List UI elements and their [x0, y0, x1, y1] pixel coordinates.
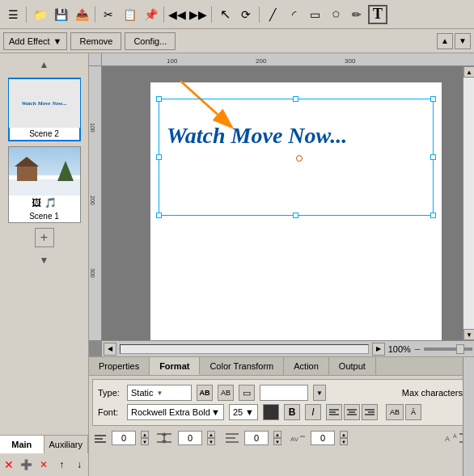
arc-tool[interactable]: ◜ [284, 5, 303, 24]
indent-left-input[interactable]: 0 [112, 431, 136, 445]
bottom-tool-1[interactable]: ✕ [2, 457, 16, 473]
add-effect-button[interactable]: Add Effect ▼ [3, 32, 67, 50]
nav-up-arrow[interactable]: ▲ [437, 33, 453, 49]
indent-left-up[interactable]: ▲ [141, 431, 149, 438]
sep5 [259, 6, 260, 23]
font-color-btn[interactable] [263, 404, 279, 420]
font-value: Rockwell Extra Bold [131, 407, 210, 417]
paste-btn[interactable]: 📌 [141, 5, 160, 24]
tab-action[interactable]: Action [284, 357, 329, 375]
cut-btn[interactable]: ✂ [99, 5, 118, 24]
scene-scroll-down[interactable]: ▼ [36, 252, 53, 268]
zoom-slider[interactable] [424, 348, 472, 351]
open-btn[interactable]: 📁 [30, 5, 49, 24]
zoom-minus-btn[interactable]: − [414, 343, 421, 356]
scene2-thumbnail: Watch Move Now... [9, 79, 80, 128]
scene1-icon2: 🎵 [44, 197, 57, 209]
remove-button[interactable]: Remove [70, 32, 121, 50]
auxiliary-tab[interactable]: Auxiliary [44, 436, 89, 453]
letter-spacing-up[interactable]: ▲ [340, 431, 348, 438]
line-tool[interactable]: ╱ [263, 5, 282, 24]
canvas-main-text[interactable]: Watch Move Now... [167, 123, 347, 149]
config-button[interactable]: Config... [125, 32, 176, 50]
spacing-input[interactable]: 0 [178, 431, 202, 445]
scene2-bg: Watch Move Now... [9, 79, 80, 128]
move-tool[interactable]: ⟳ [236, 5, 256, 24]
scroll-v-track[interactable] [463, 78, 474, 329]
bold-button[interactable]: B [284, 404, 300, 420]
redo-btn[interactable]: ▶▶ [188, 5, 208, 24]
ruler-h-100: 100 [167, 57, 177, 65]
scene-item-scene2[interactable]: Watch Move Now... Scene 2 [8, 78, 81, 141]
scroll-h-left[interactable]: ◀ [104, 343, 116, 356]
type-value: Static [131, 388, 154, 398]
type-color-preview[interactable] [260, 385, 308, 401]
canvas-v-scrollbar[interactable]: ▲ ▼ [463, 66, 474, 340]
font-select[interactable]: Rockwell Extra Bold ▼ [127, 404, 224, 420]
indent-right-up[interactable]: ▲ [273, 431, 281, 438]
scroll-h-right[interactable]: ▶ [372, 343, 385, 356]
scene1-thumbnail [9, 147, 80, 196]
indent-left-down[interactable]: ▼ [141, 438, 149, 445]
indent-right-input[interactable]: 0 [244, 431, 269, 445]
scene-item-scene1[interactable]: 🖼 🎵 Scene 1 [8, 146, 81, 223]
ab-style-btn[interactable]: AB [386, 404, 404, 420]
scene1-icon1: 🖼 [32, 197, 41, 209]
scroll-v-up[interactable]: ▲ [463, 66, 474, 78]
type-extra-btn[interactable]: ▼ [313, 385, 326, 401]
undo-btn[interactable]: ◀◀ [167, 5, 187, 24]
font-size-select[interactable]: 25 ▼ [229, 404, 258, 420]
align-center-btn[interactable] [344, 404, 360, 420]
align-left-btn[interactable] [326, 404, 342, 420]
add-scene-button[interactable]: + [35, 228, 54, 247]
letter-spacing-arrows: ▲ ▼ [340, 431, 348, 445]
scene2-preview-text: Watch Move Now... [20, 99, 69, 108]
scene1-house [17, 165, 37, 181]
type-icon-ab[interactable]: AB [197, 385, 213, 401]
spacing-up[interactable]: ▲ [207, 431, 215, 438]
spacing-down[interactable]: ▼ [207, 438, 215, 445]
italic-button[interactable]: I [305, 404, 321, 420]
bottom-tool-5[interactable]: ↓ [72, 457, 87, 473]
tab-output[interactable]: Output [329, 357, 376, 375]
align-right-btn[interactable] [362, 404, 378, 420]
type-select[interactable]: Static ▼ [127, 385, 192, 401]
poly-tool[interactable]: ⬠ [326, 5, 345, 24]
bottom-tool-3[interactable]: ✕ [37, 457, 52, 473]
export-btn[interactable]: 📤 [72, 5, 91, 24]
type-icon-ab2[interactable]: AB [218, 385, 234, 401]
tab-format[interactable]: Format [150, 357, 200, 375]
align-center-icon [346, 407, 358, 417]
props-bottom-row: 0 ▲ ▼ 0 ▲ ▼ 0 [89, 429, 474, 447]
copy-btn[interactable]: 📋 [120, 5, 139, 24]
select-tool[interactable]: ↖ [215, 5, 235, 24]
svg-text:A: A [445, 435, 450, 443]
font-select-arrow: ▼ [211, 407, 220, 417]
main-tab[interactable]: Main [0, 436, 44, 453]
scroll-h-track[interactable] [120, 344, 369, 354]
bottom-tool-4[interactable]: ↑ [54, 457, 69, 473]
strikethrough-btn[interactable]: Ā [405, 404, 421, 420]
align-left-icon [328, 407, 340, 417]
bottom-tool-2[interactable]: ➕ [19, 457, 34, 473]
canvas-content: Watch Move Now... [102, 66, 474, 340]
rect-tool[interactable]: ▭ [305, 5, 324, 24]
tab-properties[interactable]: Properties [89, 357, 150, 375]
left-bottom-tools: ✕ ➕ ✕ ↑ ↓ [0, 453, 88, 476]
props-v-scrollbar[interactable] [463, 357, 474, 476]
pencil-tool[interactable]: ✏ [347, 5, 366, 24]
menu-btn[interactable]: ☰ [3, 5, 23, 24]
letter-spacing-input[interactable]: 0 [311, 431, 335, 445]
scroll-v-down[interactable]: ▼ [463, 329, 474, 340]
indent-right-down[interactable]: ▼ [273, 438, 281, 445]
nav-down-arrow[interactable]: ▼ [455, 33, 471, 49]
text-tool[interactable]: T [368, 5, 387, 24]
type-icon-box[interactable]: ▭ [239, 385, 255, 401]
letter-spacing-down[interactable]: ▼ [340, 438, 348, 445]
tab-color-transform[interactable]: Color Transform [200, 357, 284, 375]
indent-left-val: 0 [121, 433, 126, 443]
left-tabs: Main Auxiliary [0, 435, 88, 453]
spacing-arrows: ▲ ▼ [207, 431, 215, 445]
save-btn[interactable]: 💾 [51, 5, 70, 24]
scene-scroll-up[interactable]: ▲ [36, 57, 53, 73]
